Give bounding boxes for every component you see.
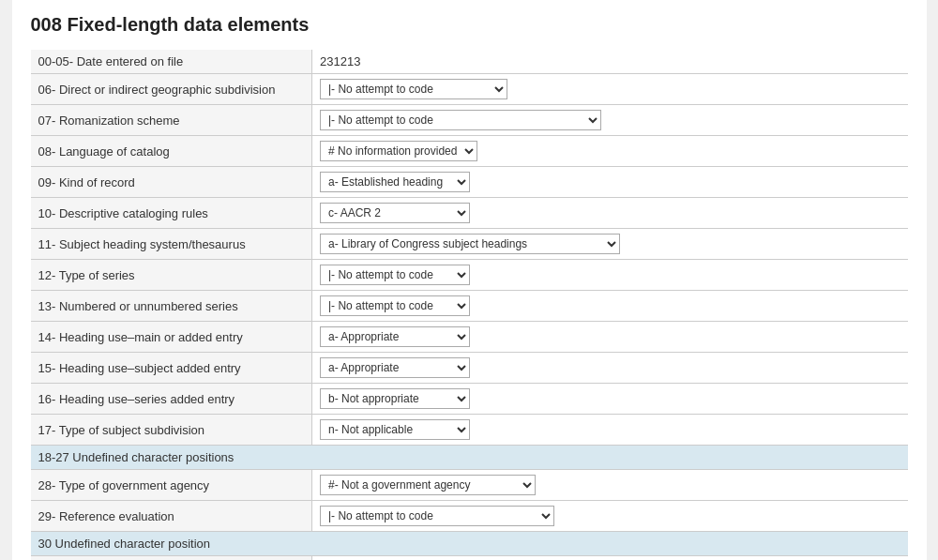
data-elements-table: 00-05- Date entered on file23121306- Dir…: [31, 50, 908, 560]
field-select[interactable]: a- Library of Congress subject headingsb…: [320, 234, 620, 254]
field-label: 17- Type of subject subdivision: [31, 415, 312, 446]
field-value[interactable]: |- No attempt to codea- Numberedb- Unnum…: [312, 291, 908, 322]
field-value[interactable]: # No information providede- Englishf- Fr…: [312, 136, 908, 167]
field-value[interactable]: a- Library of Congress subject headingsb…: [312, 229, 908, 260]
field-label: 09- Kind of record: [31, 167, 312, 198]
field-value[interactable]: a- Appropriateb- Not appropriate: [312, 322, 908, 353]
field-value[interactable]: |- No attempt to codea- Tracings consist…: [312, 501, 908, 532]
field-label: 13- Numbered or unnumbered series: [31, 291, 312, 322]
table-row: 14- Heading use–main or added entrya- Ap…: [31, 322, 908, 353]
table-row: 09- Kind of recorda- Established heading…: [31, 167, 908, 198]
table-row: 18-27 Undefined character positions: [31, 446, 908, 470]
field-select[interactable]: |- No attempt to codea- Basic Romanb- Fu…: [320, 110, 601, 130]
field-select[interactable]: # No information providede- Englishf- Fr…: [320, 141, 477, 161]
page-title: 008 Fixed-length data elements: [31, 14, 908, 36]
field-label: 31- Record update in process: [31, 556, 312, 561]
table-row: 29- Reference evaluation|- No attempt to…: [31, 501, 908, 532]
table-row: 28- Type of government agency#- Not a go…: [31, 470, 908, 501]
field-label: 15- Heading use–subject added entry: [31, 353, 312, 384]
field-select[interactable]: a- Appropriateb- Not appropriate: [320, 326, 470, 347]
field-label: 06- Direct or indirect geographic subdiv…: [31, 74, 312, 105]
section-header-label: 30 Undefined character position: [31, 532, 908, 556]
field-select[interactable]: a- Appropriateb- Not appropriate: [320, 357, 470, 378]
field-value: 231213: [312, 50, 908, 74]
field-select[interactable]: a- Appropriateb- Not appropriate: [320, 388, 470, 409]
table-row: 16- Heading use–series added entrya- App…: [31, 384, 908, 415]
table-row: 07- Romanization scheme|- No attempt to …: [31, 105, 908, 136]
field-value[interactable]: c- AACR 2a- Earlier rulesb- AACR 1d- AAC…: [312, 198, 908, 229]
field-label: 29- Reference evaluation: [31, 501, 312, 532]
field-label: 14- Heading use–main or added entry: [31, 322, 312, 353]
table-row: 31- Record update in processa- Record ca…: [31, 556, 908, 561]
field-select[interactable]: |- No attempt to codea- Tracings consist…: [320, 506, 554, 526]
field-value[interactable]: a- Appropriateb- Not appropriate: [312, 384, 908, 415]
table-row: 12- Type of series|- No attempt to codea…: [31, 260, 908, 291]
table-row: 06- Direct or indirect geographic subdiv…: [31, 74, 908, 105]
field-value[interactable]: |- No attempt to codea- Indirectb- Direc…: [312, 74, 908, 105]
field-label: 12- Type of series: [31, 260, 312, 291]
field-value[interactable]: n- Not applicablea- Topicalb- Formc- Chr…: [312, 415, 908, 446]
table-row: 15- Heading use–subject added entrya- Ap…: [31, 353, 908, 384]
field-select[interactable]: n- Not applicablea- Topicalb- Formc- Chr…: [320, 419, 470, 440]
field-select[interactable]: #- Not a government agencya- Autonomous …: [320, 475, 536, 495]
field-select[interactable]: |- No attempt to codea- Indirectb- Direc…: [320, 79, 507, 99]
table-row: 08- Language of catalog# No information …: [31, 136, 908, 167]
field-select[interactable]: a- Established headingb- Untraced refere…: [320, 172, 470, 192]
table-row: 17- Type of subject subdivisionn- Not ap…: [31, 415, 908, 446]
field-select[interactable]: |- No attempt to codea- Monographic seri…: [320, 265, 470, 285]
field-value[interactable]: a- Established headingb- Untraced refere…: [312, 167, 908, 198]
field-label: 00-05- Date entered on file: [31, 50, 312, 74]
field-value[interactable]: a- Record can be usedb- Record update in…: [312, 556, 908, 561]
field-label: 10- Descriptive cataloging rules: [31, 198, 312, 229]
field-value[interactable]: a- Appropriateb- Not appropriate: [312, 353, 908, 384]
table-row: 30 Undefined character position: [31, 532, 908, 556]
field-label: 08- Language of catalog: [31, 136, 312, 167]
table-row: 00-05- Date entered on file231213: [31, 50, 908, 74]
section-header-label: 18-27 Undefined character positions: [31, 446, 908, 470]
table-row: 13- Numbered or unnumbered series|- No a…: [31, 291, 908, 322]
field-label: 28- Type of government agency: [31, 470, 312, 501]
field-select[interactable]: c- AACR 2a- Earlier rulesb- AACR 1d- AAC…: [320, 203, 470, 223]
field-select[interactable]: |- No attempt to codea- Numberedb- Unnum…: [320, 295, 470, 316]
field-value[interactable]: #- Not a government agencya- Autonomous …: [312, 470, 908, 501]
field-value[interactable]: |- No attempt to codea- Monographic seri…: [312, 260, 908, 291]
field-label: 07- Romanization scheme: [31, 105, 312, 136]
table-row: 10- Descriptive cataloging rulesc- AACR …: [31, 198, 908, 229]
field-label: 16- Heading use–series added entry: [31, 384, 312, 415]
table-row: 11- Subject heading system/thesaurusa- L…: [31, 229, 908, 260]
field-label: 11- Subject heading system/thesaurus: [31, 229, 312, 260]
field-value[interactable]: |- No attempt to codea- Basic Romanb- Fu…: [312, 105, 908, 136]
